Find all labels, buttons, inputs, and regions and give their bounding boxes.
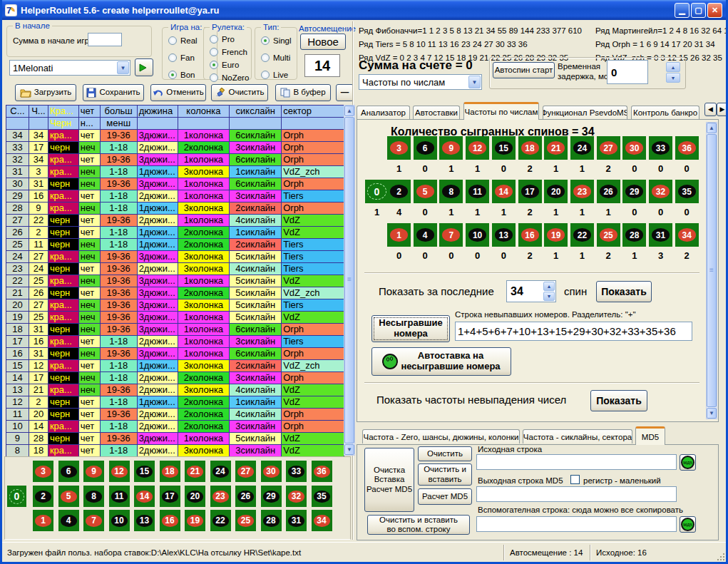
nofall-show-button[interactable]: Показать <box>590 390 647 411</box>
scroll-down-icon[interactable]: ▼ <box>707 408 717 419</box>
number-cell-7[interactable]: 7 <box>83 510 104 531</box>
md5-output-input[interactable] <box>476 486 677 502</box>
tab-4[interactable]: Функционал PsevdoMS <box>543 106 627 119</box>
radio-option-live[interactable]: Live <box>261 71 288 79</box>
tab-scroll-left-icon[interactable]: ◄ <box>704 103 717 116</box>
number-cell-32[interactable]: 32 <box>286 486 307 507</box>
toolbar-button-2[interactable]: Сохранить <box>83 84 144 101</box>
number-cell-11[interactable]: 11 <box>109 486 130 507</box>
autobet-missed-button[interactable]: Автоставка на несыгравшие номера <box>371 347 511 376</box>
radio-icon[interactable] <box>168 36 177 45</box>
number-cell-18[interactable]: 18 <box>160 461 180 482</box>
radio-option-multi[interactable]: Multi <box>261 53 290 62</box>
register-checkbox[interactable] <box>570 475 580 484</box>
scrollbar-track[interactable]: ▲▼ <box>344 105 355 456</box>
radio-option-pro[interactable]: Pro <box>210 35 235 43</box>
radio-icon[interactable] <box>261 36 270 45</box>
md5-clear-paste-aux-button[interactable]: Очистить и вставить во вспом. строку <box>367 515 470 535</box>
toolbar-button-4[interactable]: Очистить <box>211 84 268 101</box>
number-cell-14[interactable]: 14 <box>134 486 155 507</box>
scrollbar-thumb[interactable] <box>344 117 354 443</box>
missed-string-input[interactable] <box>455 322 692 341</box>
number-cell-31[interactable]: 31 <box>286 510 307 531</box>
radio-option-bon[interactable]: Bon <box>168 71 195 79</box>
radio-icon[interactable] <box>210 48 218 56</box>
autospin-start-button[interactable]: Автоспин старт <box>493 62 555 78</box>
number-cell-27[interactable]: 27 <box>235 461 256 482</box>
bottom-tab-2[interactable]: Частота - сиклайны, сектора <box>523 429 632 443</box>
number-cell-3[interactable]: 3 <box>33 461 53 482</box>
missed-numbers-button[interactable]: Несыгравшие номера <box>371 315 450 342</box>
toolbar-button-5[interactable]: В буфер <box>275 84 331 101</box>
radio-icon[interactable] <box>168 71 177 79</box>
number-cell-13[interactable]: 13 <box>134 510 155 531</box>
tab-5[interactable]: Контроль банкро <box>631 106 699 119</box>
number-cell-21[interactable]: 21 <box>185 461 205 482</box>
tab-2[interactable]: Автоставки <box>413 106 460 119</box>
radio-icon[interactable] <box>210 61 218 69</box>
mode-combo[interactable]: Частоты по числам ▼ <box>359 74 482 90</box>
start-sum-input[interactable] <box>88 33 122 46</box>
scroll-down-icon[interactable]: ▼ <box>344 444 354 455</box>
scrollbar-track[interactable]: ▲▼ <box>706 122 717 419</box>
md5-clear-button[interactable]: Очистить <box>418 446 472 461</box>
md5-calc-button[interactable]: Расчет MD5 <box>418 488 472 505</box>
number-cell-12[interactable]: 12 <box>109 461 130 482</box>
number-cell-10[interactable]: 10 <box>109 510 130 531</box>
md5-run-button[interactable]: МД5 <box>680 454 696 471</box>
number-cell-23[interactable]: 23 <box>210 486 231 507</box>
preset-combo[interactable]: 1Melonati ▼ <box>9 60 130 76</box>
toolbar-button-6[interactable]: — <box>336 84 354 101</box>
maximize-icon[interactable]: ▢ <box>691 3 706 18</box>
spin-up-icon[interactable]: ▲ <box>543 282 555 291</box>
radio-option-fan[interactable]: Fan <box>168 53 195 62</box>
tab-scroll-right-icon[interactable]: ► <box>717 103 728 116</box>
md5-clear-paste-button[interactable]: Очистить и вставить <box>418 463 472 486</box>
radio-option-singl[interactable]: Singl <box>261 36 292 45</box>
number-cell-22[interactable]: 22 <box>210 510 231 531</box>
number-cell-5[interactable]: 5 <box>58 486 79 507</box>
show-last-spinner[interactable]: 34 ▲ ▼ <box>506 280 556 302</box>
number-cell-1[interactable]: 1 <box>33 510 53 531</box>
play-button[interactable] <box>135 58 153 76</box>
spin-down-icon[interactable]: ▼ <box>666 73 680 83</box>
bottom-tab-3[interactable]: MD5 <box>635 426 665 445</box>
tab-3[interactable]: Частоты по числам <box>463 102 539 120</box>
md5-source-input[interactable] <box>476 454 677 470</box>
scrollbar-thumb[interactable] <box>707 134 717 407</box>
toolbar-button-3[interactable]: Отменить <box>150 84 206 101</box>
bottom-tab-1[interactable]: Частота - Zero, шансы, дюжины, колонки <box>362 429 520 443</box>
number-cell-33[interactable]: 33 <box>286 461 307 482</box>
number-cell-34[interactable]: 34 <box>312 510 332 531</box>
number-cell-16[interactable]: 16 <box>160 510 180 531</box>
md5-run-aux-button[interactable]: МД5 <box>680 516 696 533</box>
md5-aux-input[interactable] <box>476 516 677 532</box>
scroll-up-icon[interactable]: ▲ <box>344 106 354 116</box>
number-cell-28[interactable]: 28 <box>261 510 282 531</box>
number-cell-26[interactable]: 26 <box>235 486 256 507</box>
radio-icon[interactable] <box>210 35 218 43</box>
spin-up-icon[interactable]: ▲ <box>666 62 680 72</box>
radio-icon[interactable] <box>210 73 218 82</box>
number-cell-25[interactable]: 25 <box>235 510 256 531</box>
autoshift-new-button[interactable]: Новое <box>300 34 346 50</box>
number-cell-8[interactable]: 8 <box>83 486 104 507</box>
number-cell-9[interactable]: 9 <box>83 461 104 482</box>
show-last-button[interactable]: Показать <box>596 281 652 302</box>
delay-spinner[interactable]: 0 <box>607 60 648 84</box>
zero-cell[interactable]: 0 <box>7 486 26 507</box>
number-cell-36[interactable]: 36 <box>312 461 332 482</box>
md5-big-button[interactable]: Очистка Вставка Расчет MD5 <box>364 448 414 512</box>
radio-icon[interactable] <box>261 71 270 79</box>
number-cell-2[interactable]: 2 <box>33 486 53 507</box>
number-cell-24[interactable]: 24 <box>210 461 231 482</box>
chevron-down-icon[interactable]: ▼ <box>117 61 129 74</box>
number-cell-4[interactable]: 4 <box>58 510 79 531</box>
chevron-down-icon[interactable]: ▼ <box>468 76 481 88</box>
minimize-icon[interactable]: ▁ <box>675 3 689 18</box>
number-cell-19[interactable]: 19 <box>185 510 205 531</box>
number-cell-30[interactable]: 30 <box>261 461 282 482</box>
spin-down-icon[interactable]: ▼ <box>543 292 555 301</box>
radio-icon[interactable] <box>261 53 270 62</box>
number-cell-6[interactable]: 6 <box>58 461 79 482</box>
